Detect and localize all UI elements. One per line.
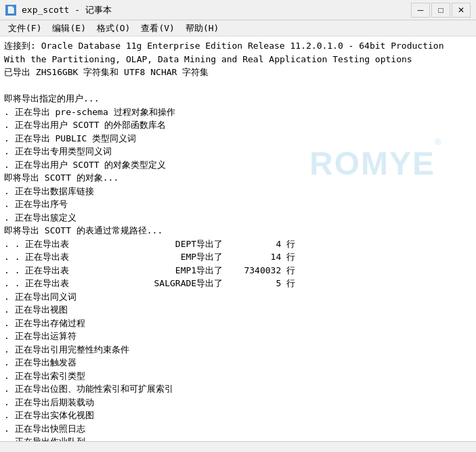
notepad-content: 连接到: Oracle Database 11g Enterprise Edit… <box>4 39 472 441</box>
window-controls: ─ □ ✕ <box>411 3 471 18</box>
menu-format[interactable]: 格式(O) <box>91 21 135 36</box>
app-icon: 📄 <box>5 5 16 16</box>
menu-bar: 文件(F) 编辑(E) 格式(O) 查看(V) 帮助(H) <box>0 20 476 37</box>
menu-help[interactable]: 帮助(H) <box>180 21 224 36</box>
menu-file[interactable]: 文件(F) <box>3 21 47 36</box>
title-left: 📄 exp_scott - 记事本 <box>5 4 112 16</box>
menu-edit[interactable]: 编辑(E) <box>47 21 91 36</box>
status-bar <box>0 441 476 452</box>
content-area[interactable]: ROMYE ® 连接到: Oracle Database 11g Enterpr… <box>0 37 476 441</box>
menu-view[interactable]: 查看(V) <box>135 21 179 36</box>
maximize-button[interactable]: □ <box>431 3 450 18</box>
minimize-button[interactable]: ─ <box>411 3 430 18</box>
title-bar: 📄 exp_scott - 记事本 ─ □ ✕ <box>0 0 476 20</box>
close-button[interactable]: ✕ <box>452 3 471 18</box>
window-title: exp_scott - 记事本 <box>22 4 112 16</box>
